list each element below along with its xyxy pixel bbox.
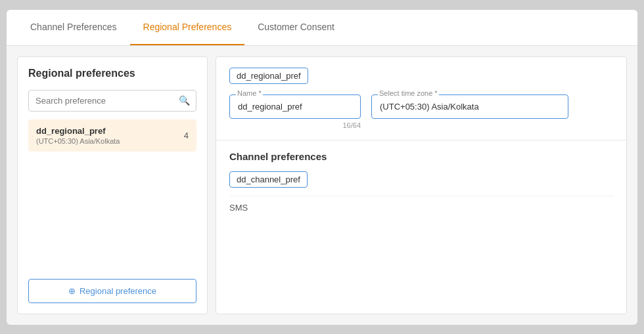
name-input[interactable]	[229, 94, 361, 119]
tab-regional[interactable]: Regional Preferences	[130, 10, 245, 45]
preferences-container: Channel Preferences Regional Preferences…	[7, 10, 637, 325]
timezone-field-group: Select time zone *	[371, 94, 568, 119]
search-input[interactable]	[28, 90, 196, 112]
pref-item-timezone: (UTC+05:30) Asia/Kolkata	[36, 137, 120, 145]
name-field-group: Name * 16/64	[229, 94, 361, 129]
pref-item-info: dd_regional_pref (UTC+05:30) Asia/Kolkat…	[36, 126, 120, 145]
right-panel: dd_regional_pref Name * 16/64 Select tim…	[216, 56, 627, 314]
name-field-label: Name *	[236, 89, 263, 97]
pref-item-count: 4	[184, 131, 189, 140]
add-circle-icon: ⊕	[68, 286, 76, 296]
add-button-label: Regional preference	[80, 286, 156, 296]
fields-row: Name * 16/64 Select time zone *	[229, 94, 613, 129]
list-item[interactable]: dd_regional_pref (UTC+05:30) Asia/Kolkat…	[28, 119, 196, 152]
channel-pref-title: Channel preferences	[229, 151, 613, 162]
pref-item-name: dd_regional_pref	[36, 126, 120, 136]
main-content: Regional preferences 🔍 dd_regional_pref …	[7, 46, 637, 325]
channel-pref-item: SMS	[229, 196, 613, 219]
timezone-input[interactable]	[371, 94, 568, 119]
tabs-bar: Channel Preferences Regional Preferences…	[7, 10, 637, 46]
timezone-field-label: Select time zone *	[378, 89, 439, 97]
regional-pref-section: dd_regional_pref Name * 16/64 Select tim…	[216, 57, 626, 140]
tab-consent[interactable]: Customer Consent	[244, 10, 348, 45]
regional-pref-tag: dd_regional_pref	[229, 68, 308, 84]
channel-pref-tag: dd_channel_pref	[229, 171, 308, 188]
search-icon: 🔍	[179, 95, 190, 106]
channel-preferences-section: Channel preferences dd_channel_pref SMS	[216, 140, 626, 230]
tab-channel[interactable]: Channel Preferences	[17, 10, 130, 45]
search-container: 🔍	[28, 90, 196, 112]
left-panel: Regional preferences 🔍 dd_regional_pref …	[17, 56, 208, 314]
left-panel-title: Regional preferences	[28, 68, 196, 79]
add-regional-preference-button[interactable]: ⊕ Regional preference	[28, 279, 196, 303]
char-count: 16/64	[229, 121, 361, 129]
